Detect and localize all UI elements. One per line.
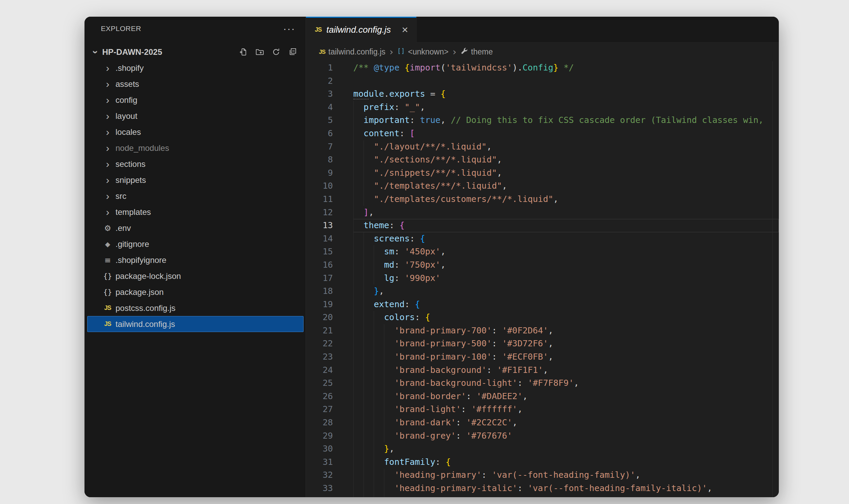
code-line[interactable]: fontFamily: { — [353, 456, 779, 469]
refresh-icon[interactable] — [270, 46, 282, 58]
line-number[interactable]: 5 — [306, 114, 353, 127]
tab-tailwind-config-js[interactable]: JStailwind.config.js× — [306, 17, 417, 43]
code-line[interactable]: 'brand-border': '#DADEE2', — [353, 390, 779, 403]
explorer-item-gitignore[interactable]: ◆.gitignore — [87, 236, 304, 252]
line-number[interactable]: 26 — [306, 390, 353, 403]
explorer-root-folder[interactable]: › HP-DAWN-2025 — [84, 44, 306, 60]
explorer-item-shopifyignore[interactable]: ≡.shopifyignore — [87, 252, 304, 268]
line-number[interactable]: 12 — [306, 206, 353, 219]
code-line[interactable]: sm: '450px', — [353, 245, 779, 258]
code-line[interactable]: theme: { — [353, 219, 779, 232]
new-file-icon[interactable] — [237, 46, 249, 58]
code-line[interactable]: module.exports = { — [353, 88, 779, 101]
code-line[interactable]: screens: { — [353, 232, 779, 246]
code-line[interactable]: "./templates/customers/**/*.liquid", — [353, 193, 779, 206]
code-line[interactable]: 'body-primary': 'var(--font-body-family)… — [353, 495, 779, 497]
code-line[interactable]: 'brand-primary-700': '#0F2D64', — [353, 324, 779, 337]
code-line[interactable]: 'brand-primary-100': '#ECF0FB', — [353, 350, 779, 364]
explorer-item-src[interactable]: ›src — [87, 188, 304, 204]
line-number[interactable]: 1 — [306, 61, 353, 75]
line-number[interactable]: 23 — [306, 350, 353, 364]
line-number[interactable]: 15 — [306, 245, 353, 258]
line-numbers[interactable]: 1234567891011121314151617181920212223242… — [306, 61, 353, 497]
explorer-item-postcss-config-js[interactable]: JSpostcss.config.js — [87, 300, 304, 316]
explorer-item-tailwind-config-js[interactable]: JStailwind.config.js — [87, 316, 304, 332]
line-number[interactable]: 20 — [306, 311, 353, 324]
line-number[interactable]: 18 — [306, 285, 353, 298]
line-number[interactable]: 25 — [306, 377, 353, 390]
code-line[interactable]: 'brand-primary-500': '#3D72F6', — [353, 337, 779, 350]
line-number[interactable]: 32 — [306, 469, 353, 482]
explorer-item-templates[interactable]: ›templates — [87, 204, 304, 220]
explorer-item-sections[interactable]: ›sections — [87, 156, 304, 172]
line-number[interactable]: 13 — [306, 219, 353, 232]
file-label: snippets — [115, 175, 146, 185]
code-line[interactable]: "./templates/**/*.liquid", — [353, 179, 779, 193]
explorer-item-shopify[interactable]: ›.shopify — [87, 60, 304, 76]
line-number[interactable]: 10 — [306, 179, 353, 193]
line-number[interactable]: 16 — [306, 258, 353, 272]
code-line[interactable]: md: '750px', — [353, 258, 779, 272]
code-line[interactable]: 'brand-background-light': '#F7F8F9', — [353, 377, 779, 390]
line-number[interactable]: 22 — [306, 337, 353, 350]
code-line[interactable]: content: [ — [353, 127, 779, 140]
code-line[interactable]: 'brand-background': '#F1F1F1', — [353, 364, 779, 377]
line-number[interactable]: 21 — [306, 324, 353, 337]
code-line[interactable]: }, — [353, 285, 779, 298]
line-number[interactable]: 30 — [306, 442, 353, 456]
code-line[interactable]: /** @type {import('tailwindcss').Config}… — [353, 61, 779, 75]
explorer-item-node-modules[interactable]: ›node_modules — [87, 140, 304, 156]
code-line[interactable]: colors: { — [353, 311, 779, 324]
line-number[interactable]: 14 — [306, 232, 353, 246]
line-number[interactable]: 9 — [306, 167, 353, 180]
code-line[interactable]: 'heading-primary-italic': 'var(--font-he… — [353, 482, 779, 495]
line-number[interactable]: 28 — [306, 416, 353, 429]
line-number[interactable]: 6 — [306, 127, 353, 140]
code-lines[interactable]: /** @type {import('tailwindcss').Config}… — [353, 61, 779, 497]
line-number[interactable]: 27 — [306, 403, 353, 416]
new-folder-icon[interactable] — [254, 46, 265, 58]
code-line[interactable]: extend: { — [353, 298, 779, 311]
explorer-item-env[interactable]: ⚙.env — [87, 220, 304, 236]
code-line[interactable]: important: true, // Doing this to fix CS… — [353, 114, 779, 127]
line-number[interactable]: 2 — [306, 75, 353, 88]
line-number[interactable]: 19 — [306, 298, 353, 311]
code-line[interactable]: }, — [353, 442, 779, 456]
more-actions-icon[interactable]: ··· — [283, 25, 295, 32]
code-line[interactable]: "./layout/**/*.liquid", — [353, 140, 779, 154]
explorer-item-layout[interactable]: ›layout — [87, 108, 304, 124]
code-line[interactable] — [353, 75, 779, 88]
explorer-item-locales[interactable]: ›locales — [87, 124, 304, 140]
code-line[interactable]: 'brand-grey': '#767676' — [353, 429, 779, 443]
explorer-item-config[interactable]: ›config — [87, 92, 304, 108]
code-line[interactable]: 'brand-dark': '#2C2C2C', — [353, 416, 779, 429]
file-label: src — [115, 191, 126, 201]
explorer-item-snippets[interactable]: ›snippets — [87, 172, 304, 188]
code-line[interactable]: 'heading-primary': 'var(--font-heading-f… — [353, 469, 779, 482]
explorer-item-package-lock-json[interactable]: {}package-lock.json — [87, 268, 304, 284]
code-line[interactable]: 'brand-light': '#ffffff', — [353, 403, 779, 416]
line-number[interactable]: 4 — [306, 101, 353, 114]
breadcrumb-item-tailwind-config-js[interactable]: JStailwind.config.js — [319, 47, 385, 57]
line-number[interactable]: 7 — [306, 140, 353, 154]
close-icon[interactable]: × — [402, 23, 408, 36]
code-line[interactable]: ], — [353, 206, 779, 219]
line-number[interactable]: 33 — [306, 482, 353, 495]
line-number[interactable]: 3 — [306, 88, 353, 101]
code-line[interactable]: lg: '990px' — [353, 272, 779, 285]
breadcrumb-item-theme[interactable]: theme — [461, 47, 493, 57]
line-number[interactable]: 11 — [306, 193, 353, 206]
line-number[interactable]: 17 — [306, 272, 353, 285]
line-number[interactable]: 34 — [306, 495, 353, 497]
line-number[interactable]: 24 — [306, 364, 353, 377]
code-line[interactable]: prefix: "_", — [353, 101, 779, 114]
code-line[interactable]: "./snippets/**/*.liquid", — [353, 167, 779, 180]
explorer-item-assets[interactable]: ›assets — [87, 76, 304, 92]
code-line[interactable]: "./sections/**/*.liquid", — [353, 153, 779, 167]
line-number[interactable]: 8 — [306, 153, 353, 167]
explorer-item-package-json[interactable]: {}package.json — [87, 284, 304, 300]
collapse-all-icon[interactable] — [287, 46, 298, 58]
breadcrumb-item-unknown[interactable]: <unknown> — [397, 47, 448, 57]
line-number[interactable]: 29 — [306, 429, 353, 443]
line-number[interactable]: 31 — [306, 456, 353, 469]
